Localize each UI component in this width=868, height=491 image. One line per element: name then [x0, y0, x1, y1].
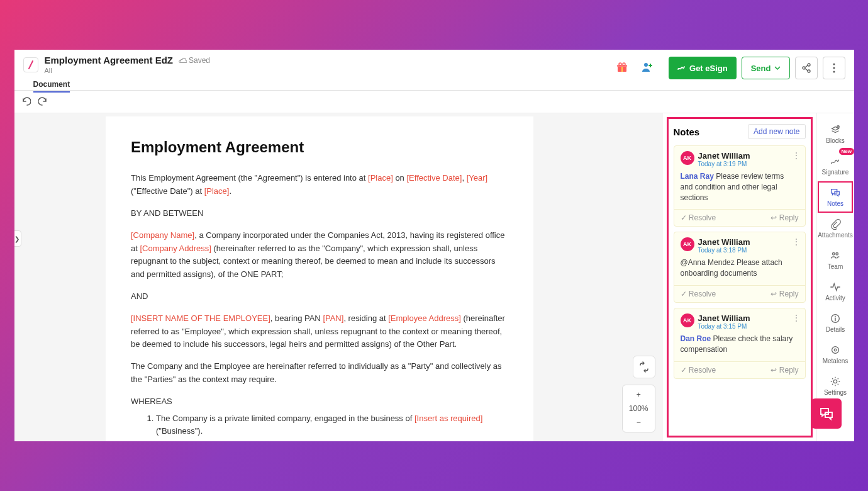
note-card[interactable]: AKJanet WilliamToday at 3:19 PM⋮Lana Ray…	[674, 145, 806, 227]
reply-button[interactable]: ↩ Reply	[771, 290, 798, 298]
send-label: Send	[751, 64, 771, 73]
svg-point-8	[808, 70, 810, 72]
svg-point-9	[833, 64, 835, 65]
note-avatar: AK	[681, 313, 694, 327]
editor-toolbar	[14, 91, 854, 113]
add-user-icon[interactable]	[638, 59, 656, 76]
note-mention: Lana Ray	[681, 172, 714, 181]
note-card[interactable]: AKJanet WilliamToday at 3:15 PM⋮Dan Roe …	[674, 308, 806, 379]
note-author: Janet William	[698, 237, 750, 247]
main-area: ❯ Employment Agreement This Employment A…	[14, 113, 854, 441]
placeholder-company-name: [Company Name]	[131, 230, 194, 240]
note-card[interactable]: AKJanet WilliamToday at 3:18 PM⋮@Anna Me…	[674, 232, 806, 303]
undo-icon[interactable]	[21, 97, 31, 107]
redo-icon[interactable]	[38, 97, 48, 107]
sidebar-item-attachments[interactable]: Attachments	[818, 213, 853, 244]
zoom-level: 100%	[624, 402, 654, 415]
note-menu-icon[interactable]: ⋮	[793, 237, 800, 246]
note-body: Dan Roe Please check the salary compensa…	[674, 331, 805, 361]
header-actions: Get eSign Send	[669, 57, 845, 79]
right-sidebar: Blocks New Signature Notes Attachments T…	[816, 113, 854, 441]
note-timestamp: Today at 3:15 PM	[698, 323, 750, 330]
svg-point-18	[833, 380, 837, 383]
sidebar-item-notes[interactable]: Notes	[818, 181, 853, 213]
svg-point-13	[833, 253, 835, 256]
doc-para-employee: [INSERT NAME OF THE EMPLOYEE], bearing P…	[131, 312, 508, 351]
placeholder-company-address: [Company Address]	[140, 244, 211, 253]
sidebar-item-team[interactable]: Team	[818, 244, 853, 276]
note-avatar: AK	[681, 151, 694, 165]
sidebar-item-details[interactable]: Details	[818, 307, 853, 339]
chat-fab[interactable]	[811, 398, 842, 429]
placeholder-employee-name: [INSERT NAME OF THE EMPLOYEE]	[131, 313, 270, 323]
app-header: Employment Agreement EdZ Saved All Get e…	[14, 50, 854, 91]
note-body: Lana Ray Please review terms and conditi…	[674, 169, 805, 209]
left-panel-toggle[interactable]: ❯	[14, 230, 21, 247]
document-page[interactable]: Employment Agreement This Employment Agr…	[106, 116, 533, 441]
svg-point-11	[833, 71, 835, 73]
svg-rect-1	[621, 66, 623, 72]
send-button[interactable]: Send	[742, 57, 790, 79]
doc-whereas-list: The Company is a private limited company…	[156, 412, 508, 439]
placeholder-pan: [PAN]	[323, 313, 343, 323]
sidebar-item-metalens[interactable]: Metalens	[818, 339, 853, 370]
esign-label: Get eSign	[689, 64, 728, 73]
note-author: Janet William	[698, 151, 750, 161]
svg-point-14	[836, 253, 838, 256]
gift-icon[interactable]	[613, 59, 631, 76]
saved-label: Saved	[189, 56, 210, 65]
reply-button[interactable]: ↩ Reply	[771, 366, 798, 375]
title-zone: Employment Agreement EdZ Saved All	[45, 55, 211, 74]
svg-point-4	[623, 63, 625, 65]
doc-para-1: This Employment Agreement (the "Agreemen…	[131, 172, 508, 198]
note-menu-icon[interactable]: ⋮	[793, 313, 800, 322]
header-icons	[613, 59, 656, 76]
document-subtitle: All	[45, 67, 211, 74]
note-avatar: AK	[681, 237, 694, 251]
document-canvas: ❯ Employment Agreement This Employment A…	[14, 113, 663, 441]
placeholder-effective-date: [Effective Date]	[406, 173, 462, 183]
svg-point-17	[834, 349, 837, 351]
svg-point-10	[833, 67, 835, 69]
note-author: Janet William	[698, 313, 750, 323]
doc-para-and: AND	[131, 290, 508, 303]
resolve-button[interactable]: ✓ Resolve	[681, 366, 716, 375]
more-button[interactable]	[823, 57, 845, 79]
get-esign-button[interactable]: Get eSign	[669, 57, 737, 79]
notes-panel: Notes Add new note AKJanet WilliamToday …	[667, 117, 813, 437]
svg-point-7	[803, 67, 805, 69]
document-title[interactable]: Employment Agreement EdZ	[45, 55, 173, 65]
sidebar-item-settings[interactable]: Settings	[818, 370, 853, 402]
svg-point-5	[644, 63, 648, 67]
note-timestamp: Today at 3:18 PM	[698, 247, 750, 254]
document-tab[interactable]: Document	[33, 80, 70, 93]
sidebar-item-blocks[interactable]: Blocks	[818, 118, 853, 150]
resolve-button[interactable]: ✓ Resolve	[681, 213, 716, 222]
doc-heading: Employment Agreement	[131, 135, 508, 159]
add-note-button[interactable]: Add new note	[748, 124, 805, 139]
sidebar-item-signature[interactable]: New Signature	[818, 150, 853, 181]
app-logo[interactable]	[23, 57, 38, 72]
sidebar-item-activity[interactable]: Activity	[818, 276, 853, 307]
zoom-out-button[interactable]: −	[632, 415, 646, 429]
svg-point-16	[832, 347, 839, 354]
notes-title: Notes	[674, 127, 700, 137]
find-replace-button[interactable]	[633, 356, 655, 378]
zoom-in-button[interactable]: +	[632, 388, 646, 402]
new-badge: New	[839, 148, 854, 155]
placeholder-place-2: [Place]	[204, 186, 230, 196]
doc-para-between: BY AND BETWEEN	[131, 207, 508, 220]
doc-para-company: [Company Name], a Company incorporated u…	[131, 229, 508, 281]
share-button[interactable]	[795, 57, 818, 79]
notes-list: AKJanet WilliamToday at 3:19 PM⋮Lana Ray…	[674, 145, 806, 379]
note-menu-icon[interactable]: ⋮	[793, 151, 800, 160]
zoom-control: + 100% −	[622, 385, 655, 432]
reply-button[interactable]: ↩ Reply	[771, 213, 798, 222]
note-timestamp: Today at 3:19 PM	[698, 161, 750, 167]
note-body: @Anna Mendez Please attach onboarding do…	[674, 255, 805, 285]
doc-para-whereas: WHEREAS	[131, 395, 508, 409]
note-mention: Dan Roe	[681, 334, 711, 343]
saved-badge: Saved	[178, 56, 210, 65]
resolve-button[interactable]: ✓ Resolve	[681, 290, 716, 298]
placeholder-place: [Place]	[368, 173, 393, 183]
